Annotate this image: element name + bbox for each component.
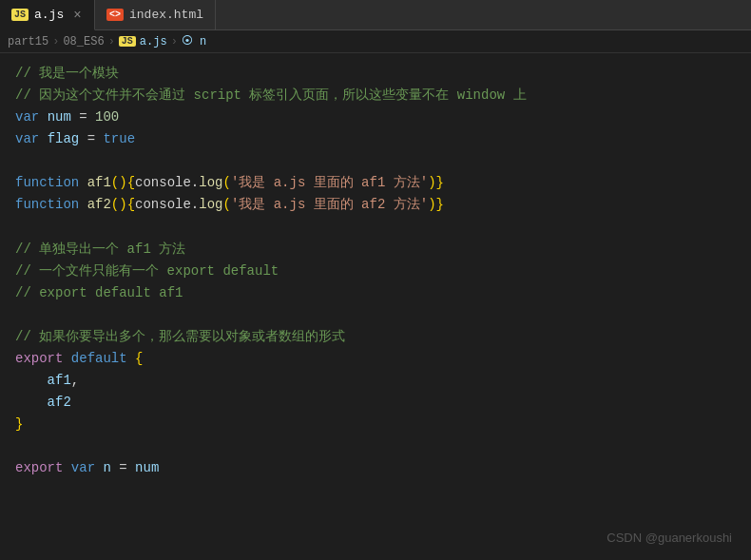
line-2: // 因为这个文件并不会通过 script 标签引入页面，所以这些变量不在 wi… [15,85,736,106]
tab-ajs-close[interactable]: × [73,8,81,23]
line-4: var flag = true [15,128,736,150]
line-5 [15,150,736,172]
tab-indexhtml-icon: <> [106,9,124,21]
line-12 [15,304,736,326]
line-18 [15,435,736,457]
line-9: // 单独导出一个 af1 方法 [15,239,736,261]
line-8 [15,217,736,239]
breadcrumb-js-icon: JS [119,36,136,47]
line-17: } [15,414,736,435]
line-7: function af2(){console.log('我是 a.js 里面的 … [15,194,736,216]
line-1: // 我是一个模块 [15,63,736,85]
line-6: function af1(){console.log('我是 a.js 里面的 … [15,172,736,194]
tab-ajs-icon: JS [11,9,29,21]
breadcrumb-n: ⦿ n [182,34,206,48]
line-16: af2 [15,392,736,414]
breadcrumb-sep3: › [171,35,178,48]
breadcrumb-part15: part15 [8,35,48,48]
watermark: CSDN @guanerkoushi [607,531,732,545]
tab-indexhtml[interactable]: <> index.html [95,0,216,29]
tab-indexhtml-label: index.html [129,8,203,22]
breadcrumb-es6: 08_ES6 [63,35,104,48]
line-10: // 一个文件只能有一个 export default [15,261,736,282]
breadcrumb-sep1: › [52,35,59,48]
breadcrumb-sep2: › [108,35,115,48]
line-15: af1, [15,370,736,392]
tab-bar: JS a.js × <> index.html [0,0,751,30]
line-3: var num = 100 [15,106,736,128]
tab-ajs[interactable]: JS a.js × [0,0,95,30]
line-19: export var n = num [15,457,736,479]
editor: // 我是一个模块 // 因为这个文件并不会通过 script 标签引入页面，所… [0,53,751,556]
line-11: // export default af1 [15,282,736,304]
line-14: export default { [15,348,736,370]
breadcrumb-ajs: a.js [140,35,167,48]
breadcrumb: part15 › 08_ES6 › JS a.js › ⦿ n [0,30,751,53]
tab-ajs-label: a.js [34,8,64,22]
line-13: // 如果你要导出多个，那么需要以对象或者数组的形式 [15,326,736,348]
